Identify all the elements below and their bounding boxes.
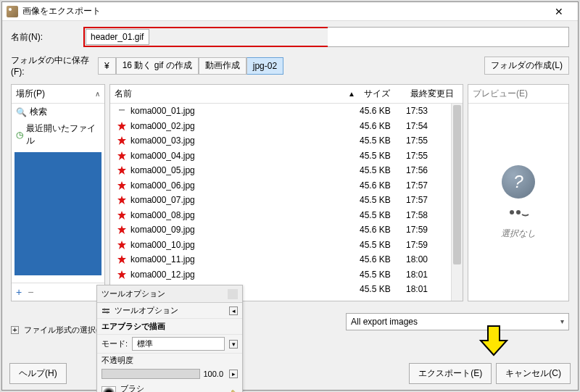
bottom-bar: ヘルプ(H) エクスポート(E) キャンセル(C)	[9, 363, 571, 384]
file-row[interactable]: koma000_06.jpg45.6 KB17:57	[110, 178, 463, 193]
file-row[interactable]: koma000_04.jpg45.5 KB17:55	[110, 149, 463, 164]
question-mark-icon: ?	[502, 165, 535, 199]
file-row[interactable]: koma000_01.jpg45.6 KB17:53	[110, 104, 463, 119]
file-row[interactable]: koma000_10.jpg45.5 KB17:59	[110, 238, 463, 253]
tool-options-title[interactable]: ツールオプション	[97, 285, 242, 303]
file-type-icon	[117, 270, 126, 279]
breadcrumb-item[interactable]: 動画作成	[199, 57, 246, 75]
file-row[interactable]: koma000_12.jpg45.5 KB18:01	[110, 267, 463, 283]
file-type-icon	[117, 196, 126, 204]
file-row[interactable]: koma000_11.jpg45.6 KB18:00	[110, 252, 463, 267]
places-header[interactable]: 場所(P) ∧	[12, 85, 104, 104]
brush-label: ブラシ	[120, 383, 179, 392]
breadcrumb-item[interactable]: jpg-02	[246, 57, 283, 75]
column-name[interactable]: 名前 ▲	[110, 85, 360, 103]
svg-marker-5	[117, 181, 126, 190]
detach-icon[interactable]: ◂	[229, 306, 238, 315]
file-size: 45.6 KB	[360, 121, 406, 131]
window-title: 画像をエクスポート	[22, 5, 101, 17]
edit-brush-icon[interactable]: ✎	[231, 388, 238, 393]
opacity-bar[interactable]	[102, 369, 200, 379]
places-thumbnail	[14, 152, 102, 275]
add-place-button[interactable]: +	[16, 286, 22, 298]
tool-options-tab[interactable]: ツールオプション ◂	[97, 303, 242, 319]
tool-options-panel[interactable]: ツールオプション ツールオプション ◂ エアブラシで描画 モード: 標準 ▾ 不…	[96, 285, 243, 392]
file-row[interactable]: koma000_08.jpg45.5 KB17:58	[110, 208, 463, 223]
svg-marker-10	[117, 255, 126, 264]
file-name: koma000_03.jpg	[130, 135, 195, 146]
export-button[interactable]: エクスポート(E)	[409, 363, 492, 384]
file-type-icon	[117, 225, 126, 234]
column-size[interactable]: サイズ	[360, 85, 406, 103]
panel-menu-icon[interactable]	[228, 289, 238, 299]
svg-point-19	[107, 311, 109, 313]
file-size: 45.5 KB	[360, 210, 406, 220]
file-size: 45.5 KB	[360, 270, 406, 280]
file-size: 45.6 KB	[360, 225, 406, 235]
file-size: 45.6 KB	[360, 180, 406, 191]
opacity-slider[interactable]: 100.0 ▸	[97, 367, 242, 380]
svg-point-13	[510, 210, 514, 214]
file-row[interactable]: koma000_02.jpg45.6 KB17:54	[110, 119, 463, 134]
places-item-label: 最近開いたファイル	[26, 122, 100, 147]
places-header-label: 場所(P)	[16, 88, 45, 100]
file-size: 45.5 KB	[360, 299, 406, 301]
stepper-icon[interactable]: ▸	[229, 370, 238, 378]
search-icon: 🔍	[16, 107, 27, 117]
file-type-combo-value: All export images	[351, 317, 418, 327]
svg-marker-9	[117, 241, 126, 249]
file-type-icon	[117, 107, 126, 115]
tool-options-icon	[102, 306, 110, 316]
places-item[interactable]: ◷最近開いたファイル	[12, 120, 104, 149]
brush-preview-icon[interactable]	[102, 386, 116, 393]
preview-body: ? 選択なし	[468, 104, 568, 301]
column-date[interactable]: 最終変更日	[406, 85, 463, 103]
svg-marker-15	[481, 326, 507, 355]
file-size: 45.6 KB	[360, 106, 406, 116]
sort-asc-icon: ▲	[348, 90, 355, 98]
file-size: 45.5 KB	[360, 195, 406, 205]
svg-point-14	[516, 210, 521, 214]
file-name: koma000_02.jpg	[130, 121, 195, 131]
mode-combo[interactable]: 標準	[132, 337, 225, 351]
file-name: koma000_08.jpg	[130, 210, 195, 220]
export-dialog: 画像をエクスポート ✕ 名前(N): フォルダの中に保存(F): ¥16 動く …	[1, 1, 579, 391]
file-list-header: 名前 ▲ サイズ 最終変更日	[110, 85, 463, 104]
help-button[interactable]: ヘルプ(H)	[9, 363, 67, 384]
remove-place-button[interactable]: −	[28, 286, 33, 298]
filename-input[interactable]	[86, 29, 149, 45]
gimp-mascot-icon	[508, 207, 529, 219]
file-row[interactable]: koma000_07.jpg45.5 KB17:57	[110, 193, 463, 208]
places-controls: + −	[12, 283, 104, 301]
dialog-body: 名前(N): フォルダの中に保存(F): ¥16 動く gif の作成動画作成j…	[2, 21, 578, 340]
file-row[interactable]: koma000_09.jpg45.6 KB17:59	[110, 222, 463, 238]
cancel-button[interactable]: キャンセル(C)	[496, 363, 571, 384]
svg-point-18	[104, 308, 106, 310]
file-size: 45.5 KB	[360, 240, 406, 250]
scrollbar-thumb[interactable]	[453, 105, 461, 264]
file-name: koma000_10.jpg	[130, 240, 195, 250]
file-row[interactable]: koma000_03.jpg45.5 KB17:55	[110, 133, 463, 149]
filename-input-extent[interactable]	[328, 27, 570, 47]
close-button[interactable]: ✕	[544, 6, 573, 17]
svg-rect-0	[119, 109, 125, 111]
chevron-down-icon: ▾	[560, 317, 564, 325]
file-type-combo[interactable]: All export images ▾	[346, 313, 569, 330]
breadcrumb-item[interactable]: 16 動く gif の作成	[116, 57, 199, 75]
places-item[interactable]: 🔍検索	[12, 104, 104, 120]
chevron-down-icon[interactable]: ▾	[229, 340, 238, 349]
file-name: koma000_07.jpg	[130, 195, 195, 205]
svg-marker-8	[117, 225, 126, 234]
chevron-up-icon: ∧	[95, 90, 100, 98]
opacity-row: 不透明度	[97, 354, 242, 367]
scrollbar[interactable]	[451, 104, 463, 301]
file-size: 45.5 KB	[360, 165, 406, 175]
file-type-icon	[117, 136, 126, 145]
file-row[interactable]: koma000_05.jpg45.5 KB17:56	[110, 163, 463, 178]
create-folder-button[interactable]: フォルダの作成(L)	[484, 57, 569, 75]
breadcrumb-item[interactable]: ¥	[98, 57, 116, 75]
file-name: koma000_06.jpg	[130, 180, 195, 191]
svg-marker-7	[117, 211, 126, 220]
file-name: koma000_04.jpg	[130, 151, 195, 161]
filename-label: 名前(N):	[11, 31, 83, 43]
